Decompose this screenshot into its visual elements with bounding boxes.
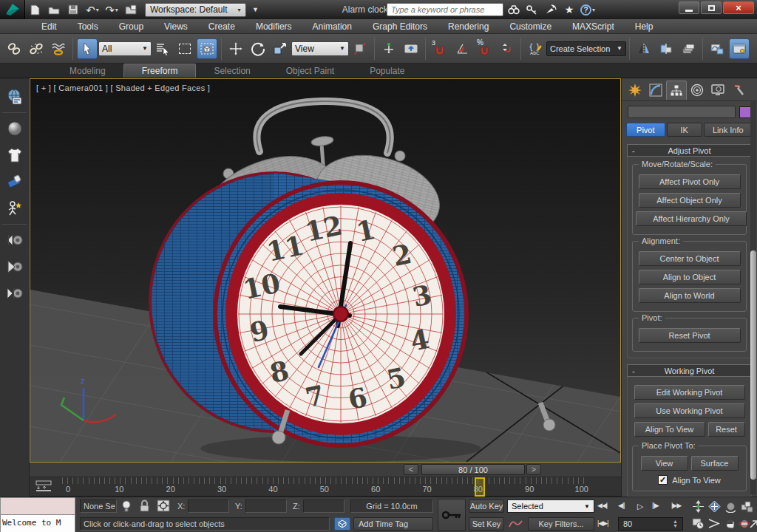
simulation-run-button[interactable] (3, 254, 27, 279)
workspace-dropdown[interactable]: Workspace: Default ▾ (145, 3, 246, 17)
ribbon-tab[interactable]: Modeling (52, 64, 123, 78)
menu-item[interactable]: Graph Editors (362, 19, 438, 34)
menu-item[interactable]: Rendering (438, 19, 499, 34)
reference-coordinate-dropdown[interactable]: View▼ (291, 41, 349, 56)
maxscript-listener-line[interactable]: Welcome to M (0, 515, 75, 532)
close-button[interactable]: × (723, 1, 754, 14)
menu-item[interactable]: MAXScript (562, 19, 625, 34)
percent-snap-button[interactable]: % (474, 38, 495, 59)
affect-pivot-only-button[interactable]: Affect Pivot Only (639, 174, 741, 189)
tab-create[interactable] (625, 81, 645, 100)
search-input[interactable] (387, 3, 503, 16)
select-and-rotate-button[interactable] (248, 38, 268, 59)
panel-scrollbar[interactable] (750, 100, 756, 495)
y-coordinate-field[interactable] (245, 499, 287, 513)
object-color-swatch[interactable] (739, 106, 751, 118)
menu-item[interactable]: Create (198, 19, 245, 34)
menu-item[interactable]: Edit (31, 19, 67, 34)
bind-to-space-warp-button[interactable] (48, 38, 69, 59)
select-and-move-button[interactable] (225, 38, 246, 59)
object-name-field[interactable] (628, 106, 736, 118)
menu-item[interactable]: Customize (499, 19, 562, 34)
ribbon-tab[interactable]: Object Paint (268, 64, 352, 78)
tab-utilities[interactable] (728, 81, 749, 100)
simulation-reset-button[interactable] (3, 228, 27, 253)
z-coordinate-field[interactable] (303, 499, 344, 513)
play-button[interactable]: ▷ (637, 502, 642, 511)
keyboard-shortcut-override-button[interactable] (401, 38, 421, 59)
collapse-icon[interactable]: - (632, 146, 635, 155)
orbit-camera-button[interactable] (739, 518, 750, 531)
collapse-icon[interactable]: - (632, 366, 635, 375)
pan-view-button[interactable] (724, 518, 736, 531)
curve-editor-button[interactable] (707, 38, 727, 59)
place-pivot-view-button[interactable]: View (641, 456, 688, 471)
track-bar[interactable]: 0102030405060708090100 (30, 477, 621, 497)
use-working-pivot-button[interactable]: Use Working Pivot (634, 403, 745, 418)
select-and-manipulate-button[interactable] (378, 38, 399, 59)
mirror-button[interactable] (634, 38, 654, 59)
maximize-viewport-toggle[interactable] (750, 519, 757, 530)
mini-curve-editor-button[interactable] (35, 480, 52, 494)
maximize-button[interactable] (701, 1, 722, 14)
cloth-shirt-button[interactable] (3, 143, 27, 168)
default-in-out-tangent-button[interactable] (509, 518, 523, 531)
use-pivot-center-button[interactable] (350, 38, 370, 59)
tab-modify[interactable] (645, 81, 666, 100)
next-frame-button[interactable]: ||▶ (652, 502, 659, 509)
key-mode-toggle[interactable]: |◀▶| (597, 519, 608, 527)
angle-snap-button[interactable] (452, 38, 472, 59)
simulation-step-button[interactable] (3, 281, 27, 306)
ribbon-tab[interactable]: Populate (352, 64, 422, 78)
select-object-button[interactable] (77, 38, 98, 59)
new-scene-button[interactable] (26, 2, 44, 17)
tab-motion[interactable] (687, 81, 707, 100)
app-logo-3dsmax[interactable] (0, 0, 25, 19)
search-icon[interactable] (506, 2, 522, 17)
set-keys-button[interactable] (438, 499, 466, 531)
previous-frame-button[interactable]: ◀|| (618, 502, 625, 509)
render-setup-button[interactable] (729, 38, 750, 59)
key-filters-button[interactable]: Key Filters... (528, 517, 594, 531)
go-to-start-button[interactable]: ◀◀| (597, 502, 607, 509)
select-and-link-button[interactable] (4, 38, 24, 59)
current-frame-marker[interactable] (475, 477, 485, 497)
previous-frame-slider-button[interactable]: < (404, 464, 418, 475)
subtab-link-info[interactable]: Link Info (704, 123, 753, 137)
x-coordinate-field[interactable] (188, 499, 229, 513)
ribbon-tab[interactable]: Selection (196, 64, 268, 78)
isolate-selection-toggle[interactable] (120, 499, 132, 514)
eraser-tool-button[interactable] (3, 169, 27, 194)
subtab-pivot[interactable]: Pivot (626, 123, 665, 137)
maxscript-listener-macro-line[interactable] (0, 497, 75, 515)
next-frame-slider-button[interactable]: > (526, 464, 541, 475)
go-to-end-button[interactable]: |▶▶ (671, 502, 681, 509)
align-button[interactable] (656, 38, 676, 59)
viewport-canvas[interactable]: 12 1 2 3 4 5 6 7 8 9 10 11 (30, 79, 620, 462)
subtab-ik[interactable]: IK (667, 123, 702, 137)
help-button[interactable]: ? ▾ (580, 2, 596, 17)
save-file-button[interactable] (64, 2, 82, 17)
place-pivot-surface-button[interactable]: Surface (691, 456, 739, 471)
zoom-all-button[interactable] (708, 500, 721, 514)
time-configuration-button[interactable] (692, 518, 705, 531)
workspace-dropdown-arrow[interactable]: ▾ (238, 7, 241, 13)
selection-lock-toggle[interactable] (139, 499, 150, 514)
selection-filter-dropdown[interactable]: All▼ (98, 41, 152, 56)
favorites-star-icon[interactable]: ★ (561, 2, 577, 17)
add-time-tag-button[interactable]: Add Time Tag (353, 517, 433, 531)
communication-center-icon[interactable] (543, 2, 559, 17)
absolute-offset-mode-toggle[interactable] (157, 499, 170, 514)
menu-item[interactable]: Views (154, 19, 198, 34)
selection-set-dropdown[interactable]: Selected▼ (507, 499, 594, 513)
menu-item[interactable]: Group (109, 19, 154, 34)
license-key-icon[interactable] (524, 2, 540, 17)
align-to-view-checkbox[interactable]: ✓ (658, 475, 668, 485)
minimize-button[interactable] (679, 1, 699, 14)
isolate-viewport-toggle[interactable] (334, 517, 350, 531)
quick-access-flyout[interactable]: ▼ (247, 2, 265, 17)
current-frame-field[interactable]: 80 ▲▼ (618, 517, 683, 531)
menu-item[interactable]: Animation (302, 19, 362, 34)
field-of-view-button[interactable] (708, 518, 721, 531)
redo-button[interactable]: ↷▾ (103, 2, 120, 17)
